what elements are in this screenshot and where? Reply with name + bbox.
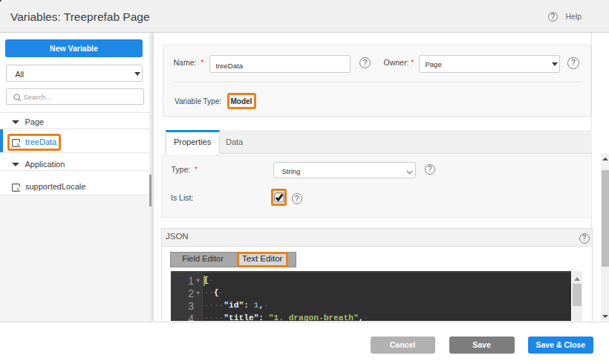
svg-text:x: x [16, 142, 19, 146]
svg-text:x: x [16, 186, 19, 191]
